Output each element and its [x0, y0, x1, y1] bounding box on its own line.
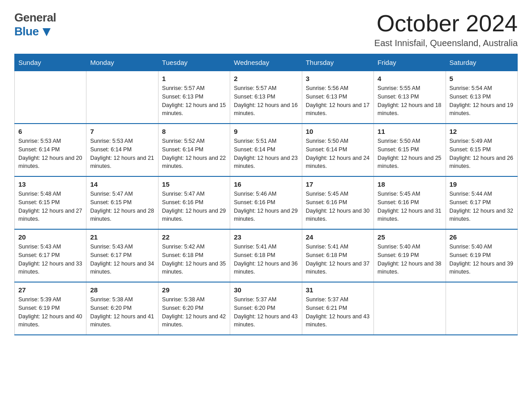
- daylight-text: Daylight: 12 hours and 27 minutes.: [18, 207, 82, 224]
- table-row: 20 Sunrise: 5:43 AM Sunset: 6:17 PM Dayl…: [15, 229, 86, 282]
- daylight-text: Daylight: 12 hours and 40 minutes.: [18, 313, 82, 330]
- table-row: 1 Sunrise: 5:57 AM Sunset: 6:13 PM Dayli…: [158, 71, 230, 124]
- table-row: 19 Sunrise: 5:44 AM Sunset: 6:17 PM Dayl…: [446, 176, 517, 229]
- day-info: Sunrise: 5:39 AM Sunset: 6:19 PM Dayligh…: [18, 295, 82, 329]
- day-info: Sunrise: 5:50 AM Sunset: 6:14 PM Dayligh…: [306, 137, 370, 171]
- sunset-text: Sunset: 6:18 PM: [162, 251, 226, 260]
- daylight-text: Daylight: 12 hours and 23 minutes.: [234, 154, 298, 171]
- location: East Innisfail, Queensland, Australia: [374, 38, 518, 48]
- day-info: Sunrise: 5:41 AM Sunset: 6:18 PM Dayligh…: [234, 243, 298, 276]
- daylight-text: Daylight: 12 hours and 22 minutes.: [162, 154, 226, 171]
- svg-marker-0: [43, 28, 51, 36]
- daylight-text: Daylight: 12 hours and 18 minutes.: [378, 101, 442, 118]
- daylight-text: Daylight: 12 hours and 38 minutes.: [378, 260, 442, 277]
- sunrise-text: Sunrise: 5:53 AM: [18, 137, 82, 146]
- day-info: Sunrise: 5:38 AM Sunset: 6:20 PM Dayligh…: [90, 295, 154, 329]
- sunrise-text: Sunrise: 5:39 AM: [18, 295, 82, 304]
- daylight-text: Daylight: 12 hours and 25 minutes.: [378, 154, 442, 171]
- sunset-text: Sunset: 6:16 PM: [306, 198, 370, 207]
- table-row: 12 Sunrise: 5:49 AM Sunset: 6:15 PM Dayl…: [446, 124, 517, 176]
- logo-general: General: [14, 11, 56, 25]
- table-row: 3 Sunrise: 5:56 AM Sunset: 6:13 PM Dayli…: [302, 71, 373, 124]
- sunset-text: Sunset: 6:14 PM: [306, 146, 370, 154]
- day-number: 25: [378, 233, 442, 241]
- day-number: 27: [18, 286, 82, 294]
- header-monday: Monday: [86, 54, 158, 71]
- day-info: Sunrise: 5:47 AM Sunset: 6:15 PM Dayligh…: [90, 190, 154, 223]
- calendar-table: Sunday Monday Tuesday Wednesday Thursday…: [14, 54, 518, 335]
- daylight-text: Daylight: 12 hours and 29 minutes.: [162, 207, 226, 224]
- sunrise-text: Sunrise: 5:56 AM: [306, 84, 370, 93]
- day-number: 23: [234, 233, 298, 241]
- day-info: Sunrise: 5:57 AM Sunset: 6:13 PM Dayligh…: [162, 84, 226, 118]
- table-row: 8 Sunrise: 5:52 AM Sunset: 6:14 PM Dayli…: [158, 124, 230, 176]
- sunset-text: Sunset: 6:14 PM: [18, 146, 82, 154]
- header-sunday: Sunday: [15, 54, 86, 71]
- sunset-text: Sunset: 6:15 PM: [378, 146, 442, 154]
- header-friday: Friday: [374, 54, 446, 71]
- day-info: Sunrise: 5:53 AM Sunset: 6:14 PM Dayligh…: [90, 137, 154, 171]
- sunset-text: Sunset: 6:13 PM: [306, 93, 370, 101]
- day-number: 1: [162, 75, 226, 82]
- sunrise-text: Sunrise: 5:53 AM: [90, 137, 154, 146]
- table-row: [446, 282, 517, 335]
- calendar-week-row: 1 Sunrise: 5:57 AM Sunset: 6:13 PM Dayli…: [15, 71, 518, 124]
- daylight-text: Daylight: 12 hours and 34 minutes.: [90, 260, 154, 277]
- sunset-text: Sunset: 6:21 PM: [306, 304, 370, 313]
- sunrise-text: Sunrise: 5:42 AM: [162, 243, 226, 251]
- table-row: 6 Sunrise: 5:53 AM Sunset: 6:14 PM Dayli…: [15, 124, 86, 176]
- day-info: Sunrise: 5:43 AM Sunset: 6:17 PM Dayligh…: [18, 243, 82, 276]
- sunrise-text: Sunrise: 5:50 AM: [378, 137, 442, 146]
- day-number: 2: [234, 75, 298, 82]
- day-number: 8: [162, 128, 226, 135]
- daylight-text: Daylight: 12 hours and 28 minutes.: [90, 207, 154, 224]
- sunrise-text: Sunrise: 5:50 AM: [306, 137, 370, 146]
- table-row: 11 Sunrise: 5:50 AM Sunset: 6:15 PM Dayl…: [374, 124, 446, 176]
- sunset-text: Sunset: 6:19 PM: [378, 251, 442, 260]
- table-row: 16 Sunrise: 5:46 AM Sunset: 6:16 PM Dayl…: [230, 176, 302, 229]
- table-row: 29 Sunrise: 5:38 AM Sunset: 6:20 PM Dayl…: [158, 282, 230, 335]
- daylight-text: Daylight: 12 hours and 33 minutes.: [18, 260, 82, 277]
- daylight-text: Daylight: 12 hours and 30 minutes.: [306, 207, 370, 224]
- day-info: Sunrise: 5:49 AM Sunset: 6:15 PM Dayligh…: [450, 137, 514, 171]
- day-info: Sunrise: 5:37 AM Sunset: 6:20 PM Dayligh…: [234, 295, 298, 329]
- day-info: Sunrise: 5:48 AM Sunset: 6:15 PM Dayligh…: [18, 190, 82, 223]
- day-number: 10: [306, 128, 370, 135]
- daylight-text: Daylight: 12 hours and 20 minutes.: [18, 154, 82, 171]
- day-number: 14: [90, 180, 154, 188]
- calendar-week-row: 27 Sunrise: 5:39 AM Sunset: 6:19 PM Dayl…: [15, 282, 518, 335]
- day-info: Sunrise: 5:47 AM Sunset: 6:16 PM Dayligh…: [162, 190, 226, 223]
- sunset-text: Sunset: 6:19 PM: [18, 304, 82, 313]
- sunset-text: Sunset: 6:16 PM: [234, 198, 298, 207]
- month-title: October 2024: [374, 11, 518, 36]
- sunset-text: Sunset: 6:16 PM: [378, 198, 442, 207]
- daylight-text: Daylight: 12 hours and 37 minutes.: [306, 260, 370, 277]
- day-number: 28: [90, 286, 154, 294]
- sunset-text: Sunset: 6:14 PM: [162, 146, 226, 154]
- daylight-text: Daylight: 12 hours and 41 minutes.: [90, 313, 154, 330]
- day-number: 7: [90, 128, 154, 135]
- table-row: 22 Sunrise: 5:42 AM Sunset: 6:18 PM Dayl…: [158, 229, 230, 282]
- sunset-text: Sunset: 6:20 PM: [90, 304, 154, 313]
- sunset-text: Sunset: 6:17 PM: [450, 198, 514, 207]
- sunrise-text: Sunrise: 5:48 AM: [18, 190, 82, 198]
- header-wednesday: Wednesday: [230, 54, 302, 71]
- day-number: 11: [378, 128, 442, 135]
- day-number: 24: [306, 233, 370, 241]
- table-row: [86, 71, 158, 124]
- daylight-text: Daylight: 12 hours and 26 minutes.: [450, 154, 514, 171]
- sunrise-text: Sunrise: 5:54 AM: [450, 84, 514, 93]
- sunset-text: Sunset: 6:17 PM: [90, 251, 154, 260]
- day-info: Sunrise: 5:52 AM Sunset: 6:14 PM Dayligh…: [162, 137, 226, 171]
- table-row: 13 Sunrise: 5:48 AM Sunset: 6:15 PM Dayl…: [15, 176, 86, 229]
- sunset-text: Sunset: 6:15 PM: [18, 198, 82, 207]
- sunset-text: Sunset: 6:20 PM: [162, 304, 226, 313]
- day-info: Sunrise: 5:41 AM Sunset: 6:18 PM Dayligh…: [306, 243, 370, 276]
- day-info: Sunrise: 5:51 AM Sunset: 6:14 PM Dayligh…: [234, 137, 298, 171]
- day-info: Sunrise: 5:54 AM Sunset: 6:13 PM Dayligh…: [450, 84, 514, 118]
- sunrise-text: Sunrise: 5:55 AM: [378, 84, 442, 93]
- sunset-text: Sunset: 6:13 PM: [450, 93, 514, 101]
- day-number: 22: [162, 233, 226, 241]
- table-row: 14 Sunrise: 5:47 AM Sunset: 6:15 PM Dayl…: [86, 176, 158, 229]
- calendar-week-row: 20 Sunrise: 5:43 AM Sunset: 6:17 PM Dayl…: [15, 229, 518, 282]
